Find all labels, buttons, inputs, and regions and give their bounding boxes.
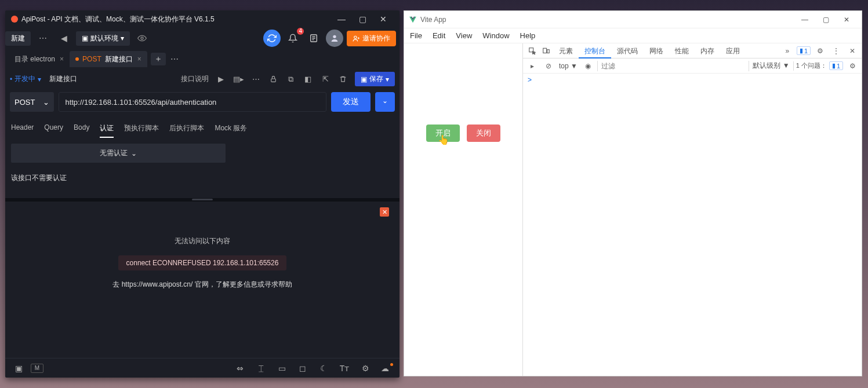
text-icon[interactable]: Tᴛ	[336, 361, 353, 375]
trash-icon[interactable]	[335, 72, 350, 86]
new-button[interactable]: 新建	[5, 31, 31, 46]
subtab-prescript[interactable]: 预执行脚本	[124, 120, 159, 138]
bell-icon[interactable]	[284, 30, 302, 46]
subtab-body[interactable]: Body	[74, 120, 89, 138]
window-minimize-icon[interactable]: —	[331, 14, 352, 24]
clear-icon[interactable]: ⊘	[542, 59, 555, 73]
console-output[interactable]: >	[523, 74, 862, 376]
svg-rect-6	[543, 48, 547, 53]
env-selector[interactable]: ▣ 默认环境 ▾	[76, 31, 130, 46]
lock-icon[interactable]	[266, 72, 281, 86]
queue-icon[interactable]: ▤▸	[231, 72, 246, 86]
subtab-mock[interactable]: Mock 服务	[215, 120, 247, 138]
markdown-icon[interactable]: M	[31, 364, 43, 373]
moon-icon[interactable]: ☾	[315, 361, 332, 375]
sync-icon[interactable]	[263, 30, 281, 47]
devtab-elements[interactable]: 元素	[553, 43, 579, 58]
play-icon[interactable]: ▶	[213, 72, 228, 86]
window-maximize-icon[interactable]: ▢	[815, 16, 836, 24]
layout-icon[interactable]: ▭	[273, 361, 290, 375]
close-button[interactable]: 关闭	[467, 125, 500, 142]
eye-icon[interactable]	[133, 30, 151, 46]
filter-input[interactable]	[597, 61, 750, 71]
subtab-query[interactable]: Query	[44, 120, 63, 138]
window-titlebar: ApiPost - API 文档、调试、Mock、测试一体化协作平台 V6.1.…	[5, 10, 400, 28]
devtab-performance[interactable]: 性能	[669, 43, 695, 58]
auth-note: 该接口不需要认证	[5, 169, 400, 188]
menu-edit[interactable]: Edit	[433, 31, 445, 40]
more-icon[interactable]: ⋯	[248, 72, 263, 86]
subtab-header[interactable]: Header	[11, 120, 34, 138]
menu-window[interactable]: Window	[482, 31, 509, 40]
close-icon[interactable]: ×	[137, 55, 141, 63]
code-icon[interactable]: ◧	[300, 72, 315, 86]
auth-type-select[interactable]: 无需认证 ⌄	[11, 144, 226, 163]
window-title: ApiPost - API 文档、调试、Mock、测试一体化协作平台 V6.1.…	[21, 14, 215, 24]
devtab-memory[interactable]: 内存	[695, 43, 720, 58]
invite-button[interactable]: 邀请协作	[347, 31, 396, 46]
vite-window: Vite App — ▢ ✕ File Edit View Window Hel…	[404, 10, 862, 376]
tab-label: 新建接口	[105, 54, 133, 64]
level-select[interactable]: 默认级别 ▼	[751, 61, 790, 71]
file-tab[interactable]: POST 新建接口 ×	[70, 51, 147, 67]
panel-icon[interactable]: ▣	[10, 361, 27, 375]
menu-help[interactable]: Help	[520, 31, 536, 40]
response-panel: ✕ 无法访问以下内容 connect ECONNREFUSED 192.168.…	[5, 202, 400, 358]
send-button[interactable]: 发送	[331, 92, 371, 112]
gear-icon[interactable]: ⚙	[845, 59, 859, 73]
close-icon[interactable]: ×	[60, 55, 64, 63]
request-desc-label[interactable]: 接口说明	[181, 74, 209, 84]
window-close-icon[interactable]: ✕	[836, 16, 857, 24]
send-dropdown[interactable]: ⌄	[375, 92, 395, 112]
back-icon[interactable]: ◀	[55, 30, 72, 46]
devtab-application[interactable]: 应用	[720, 43, 746, 58]
more-icon[interactable]: ⋯	[34, 30, 52, 46]
file-tab[interactable]: 目录 electron ×	[9, 51, 70, 67]
messages-chip[interactable]: ▮ 1	[797, 46, 811, 55]
menu-file[interactable]: File	[410, 31, 422, 40]
open-button[interactable]: 开启	[426, 125, 460, 142]
context-select[interactable]: top ▼	[558, 62, 579, 70]
inspect-icon[interactable]	[525, 44, 539, 58]
vue-logo-icon	[409, 16, 417, 24]
window-close-icon[interactable]: ✕	[373, 14, 394, 24]
url-input[interactable]	[59, 92, 326, 112]
collapse-icon[interactable]: ⇔	[231, 361, 249, 375]
status-pill[interactable]: • 开发中 ▾	[10, 74, 41, 84]
gear-icon[interactable]: ⚙	[813, 44, 827, 58]
window-maximize-icon[interactable]: ▢	[352, 14, 373, 24]
subtab-auth[interactable]: 认证	[100, 120, 114, 138]
close-icon[interactable]: ✕	[845, 44, 859, 58]
toggle-drawer-icon[interactable]: ▸	[525, 59, 539, 73]
issues-chip[interactable]: ▮ 1	[829, 61, 843, 70]
device-icon[interactable]	[539, 44, 553, 58]
window-icon[interactable]: ◻	[294, 361, 311, 375]
editor-tabs: 目录 electron × POST 新建接口 × ＋ ⋯	[5, 49, 400, 69]
avatar[interactable]	[326, 30, 343, 47]
kebab-icon[interactable]: ⋮	[829, 44, 843, 58]
devtab-console[interactable]: 控制台	[579, 43, 611, 58]
svg-rect-4	[271, 79, 275, 82]
chevron-down-icon: ⌄	[43, 98, 49, 107]
close-icon[interactable]: ✕	[380, 207, 389, 217]
subtab-postscript[interactable]: 后执行脚本	[169, 120, 204, 138]
cloud-icon[interactable]: ☁	[377, 361, 395, 375]
save-button[interactable]: ▣ 保存 ▾	[355, 72, 395, 86]
note-icon[interactable]	[305, 30, 322, 46]
add-tab-button[interactable]: ＋	[151, 53, 166, 65]
devtab-network[interactable]: 网络	[644, 43, 669, 58]
terminal-icon[interactable]: ⌶	[252, 361, 270, 375]
window-minimize-icon[interactable]: —	[794, 16, 815, 24]
gear-icon[interactable]: ⚙	[357, 361, 374, 375]
request-name-input[interactable]: 新建接口	[46, 73, 81, 85]
method-select[interactable]: POST⌄	[10, 92, 54, 112]
menu-view[interactable]: View	[456, 31, 472, 40]
issues-label: 1 个问题：	[796, 61, 827, 70]
export-icon[interactable]: ⇱	[318, 72, 333, 86]
devtab-sources[interactable]: 源代码	[611, 43, 644, 58]
more-tabs-icon[interactable]: »	[780, 44, 794, 58]
copy-icon[interactable]: ⧉	[283, 72, 298, 86]
tab-more-icon[interactable]: ⋯	[166, 51, 183, 67]
svg-point-0	[141, 37, 143, 39]
eye-icon[interactable]: ◉	[581, 59, 595, 73]
